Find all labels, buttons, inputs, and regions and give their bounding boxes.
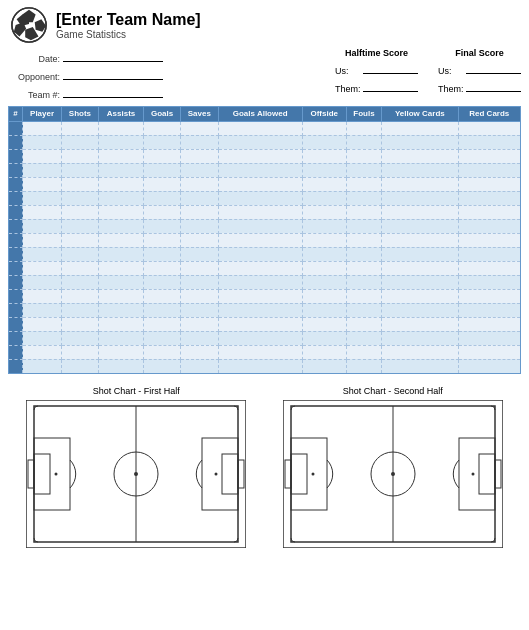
table-cell[interactable] bbox=[144, 219, 181, 233]
table-cell[interactable] bbox=[458, 247, 520, 261]
table-cell[interactable] bbox=[9, 149, 23, 163]
table-cell[interactable] bbox=[218, 191, 302, 205]
team-field[interactable] bbox=[63, 84, 163, 98]
table-cell[interactable] bbox=[180, 205, 218, 219]
table-cell[interactable] bbox=[218, 233, 302, 247]
table-cell[interactable] bbox=[23, 317, 62, 331]
table-cell[interactable] bbox=[9, 303, 23, 317]
table-cell[interactable] bbox=[23, 233, 62, 247]
table-cell[interactable] bbox=[144, 345, 181, 359]
table-cell[interactable] bbox=[180, 359, 218, 373]
table-cell[interactable] bbox=[346, 163, 381, 177]
table-cell[interactable] bbox=[180, 163, 218, 177]
table-cell[interactable] bbox=[144, 359, 181, 373]
table-cell[interactable] bbox=[98, 317, 144, 331]
table-cell[interactable] bbox=[218, 289, 302, 303]
table-cell[interactable] bbox=[346, 331, 381, 345]
table-cell[interactable] bbox=[98, 345, 144, 359]
table-cell[interactable] bbox=[458, 261, 520, 275]
second-half-field[interactable] bbox=[283, 400, 503, 548]
table-cell[interactable] bbox=[302, 359, 346, 373]
table-cell[interactable] bbox=[458, 149, 520, 163]
table-cell[interactable] bbox=[62, 149, 99, 163]
table-cell[interactable] bbox=[302, 331, 346, 345]
table-cell[interactable] bbox=[346, 219, 381, 233]
table-cell[interactable] bbox=[98, 205, 144, 219]
table-cell[interactable] bbox=[302, 289, 346, 303]
table-cell[interactable] bbox=[62, 289, 99, 303]
table-cell[interactable] bbox=[302, 345, 346, 359]
table-cell[interactable] bbox=[9, 191, 23, 205]
table-cell[interactable] bbox=[98, 247, 144, 261]
table-cell[interactable] bbox=[180, 303, 218, 317]
table-cell[interactable] bbox=[9, 135, 23, 149]
table-cell[interactable] bbox=[346, 135, 381, 149]
table-cell[interactable] bbox=[458, 317, 520, 331]
table-cell[interactable] bbox=[23, 135, 62, 149]
table-cell[interactable] bbox=[9, 233, 23, 247]
table-cell[interactable] bbox=[62, 191, 99, 205]
table-cell[interactable] bbox=[382, 317, 459, 331]
table-cell[interactable] bbox=[346, 205, 381, 219]
table-cell[interactable] bbox=[62, 275, 99, 289]
table-cell[interactable] bbox=[218, 303, 302, 317]
table-cell[interactable] bbox=[98, 275, 144, 289]
table-cell[interactable] bbox=[98, 331, 144, 345]
table-cell[interactable] bbox=[98, 289, 144, 303]
table-cell[interactable] bbox=[302, 163, 346, 177]
table-cell[interactable] bbox=[382, 247, 459, 261]
table-cell[interactable] bbox=[382, 275, 459, 289]
table-cell[interactable] bbox=[346, 289, 381, 303]
table-cell[interactable] bbox=[382, 289, 459, 303]
table-cell[interactable] bbox=[458, 303, 520, 317]
table-cell[interactable] bbox=[180, 317, 218, 331]
table-cell[interactable] bbox=[218, 205, 302, 219]
table-cell[interactable] bbox=[382, 303, 459, 317]
table-cell[interactable] bbox=[144, 317, 181, 331]
table-cell[interactable] bbox=[382, 261, 459, 275]
table-cell[interactable] bbox=[346, 261, 381, 275]
table-cell[interactable] bbox=[302, 135, 346, 149]
table-cell[interactable] bbox=[144, 163, 181, 177]
table-cell[interactable] bbox=[346, 247, 381, 261]
table-cell[interactable] bbox=[382, 135, 459, 149]
table-cell[interactable] bbox=[9, 261, 23, 275]
table-cell[interactable] bbox=[302, 317, 346, 331]
table-cell[interactable] bbox=[23, 121, 62, 135]
table-cell[interactable] bbox=[180, 149, 218, 163]
table-cell[interactable] bbox=[302, 121, 346, 135]
table-cell[interactable] bbox=[144, 303, 181, 317]
table-cell[interactable] bbox=[9, 205, 23, 219]
table-cell[interactable] bbox=[23, 359, 62, 373]
table-cell[interactable] bbox=[180, 121, 218, 135]
table-cell[interactable] bbox=[382, 149, 459, 163]
table-cell[interactable] bbox=[382, 233, 459, 247]
table-cell[interactable] bbox=[23, 331, 62, 345]
table-cell[interactable] bbox=[346, 275, 381, 289]
table-cell[interactable] bbox=[218, 219, 302, 233]
table-cell[interactable] bbox=[382, 205, 459, 219]
table-cell[interactable] bbox=[382, 359, 459, 373]
table-cell[interactable] bbox=[23, 261, 62, 275]
table-cell[interactable] bbox=[218, 149, 302, 163]
table-cell[interactable] bbox=[23, 345, 62, 359]
table-cell[interactable] bbox=[98, 219, 144, 233]
table-cell[interactable] bbox=[458, 219, 520, 233]
table-cell[interactable] bbox=[458, 205, 520, 219]
table-cell[interactable] bbox=[144, 331, 181, 345]
halftime-them-field[interactable] bbox=[363, 78, 418, 92]
table-cell[interactable] bbox=[144, 121, 181, 135]
table-cell[interactable] bbox=[9, 289, 23, 303]
table-cell[interactable] bbox=[62, 177, 99, 191]
table-cell[interactable] bbox=[98, 163, 144, 177]
table-cell[interactable] bbox=[98, 177, 144, 191]
table-cell[interactable] bbox=[382, 345, 459, 359]
table-cell[interactable] bbox=[23, 219, 62, 233]
table-cell[interactable] bbox=[23, 289, 62, 303]
table-cell[interactable] bbox=[98, 303, 144, 317]
first-half-field[interactable] bbox=[26, 400, 246, 548]
table-cell[interactable] bbox=[382, 219, 459, 233]
table-cell[interactable] bbox=[180, 247, 218, 261]
table-cell[interactable] bbox=[458, 289, 520, 303]
table-cell[interactable] bbox=[9, 317, 23, 331]
